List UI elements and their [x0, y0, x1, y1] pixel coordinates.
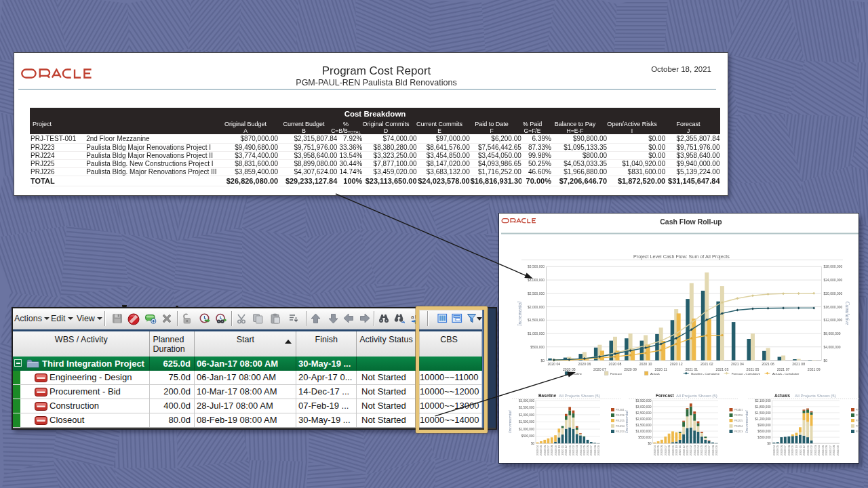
- svg-text:2020 11: 2020 11: [655, 367, 667, 371]
- svg-text:2021 05: 2021 05: [700, 445, 703, 455]
- svg-text:2021 09: 2021 09: [808, 367, 821, 371]
- svg-text:PRJ401: PRJ401: [856, 409, 860, 411]
- svg-text:2020 04: 2020 04: [772, 445, 776, 455]
- svg-text:2020 07: 2020 07: [664, 445, 667, 455]
- svg-text:Actuals: Actuals: [650, 372, 660, 375]
- svg-text:2021 03: 2021 03: [575, 445, 578, 455]
- svg-text:2020 05: 2020 05: [539, 445, 542, 455]
- svg-text:$900,000: $900,000: [757, 424, 771, 427]
- svg-text:2020 12: 2020 12: [802, 445, 806, 455]
- svg-text:PRJ401: PRJ401: [616, 409, 625, 411]
- svg-text:2021 03: 2021 03: [716, 367, 729, 371]
- svg-text:$1,000,000: $1,000,000: [528, 331, 545, 336]
- svg-text:2021 02: 2021 02: [701, 362, 713, 366]
- svg-text:2021 07: 2021 07: [707, 445, 711, 455]
- svg-text:2020 12: 2020 12: [670, 362, 683, 366]
- svg-text:$3,500,000: $3,500,000: [528, 264, 545, 268]
- svg-text:2021 04: 2021 04: [817, 445, 821, 455]
- svg-text:$500,000: $500,000: [638, 436, 652, 439]
- svg-text:$2,500,000: $2,500,000: [636, 411, 652, 415]
- svg-text:PRJ223: PRJ223: [734, 430, 743, 433]
- svg-text:2021 07: 2021 07: [777, 367, 790, 371]
- svg-text:All Projects Shown (5): All Projects Shown (5): [795, 393, 836, 398]
- svg-text:$3,000,000: $3,000,000: [636, 405, 652, 409]
- svg-text:$600,000: $600,000: [757, 430, 771, 433]
- svg-text:2020 05: 2020 05: [776, 445, 779, 455]
- svg-text:2021 06: 2021 06: [825, 445, 828, 455]
- svg-text:PRJ226: PRJ226: [734, 414, 743, 417]
- svg-text:2020 08: 2020 08: [609, 362, 622, 366]
- svg-text:2021 01: 2021 01: [568, 445, 572, 455]
- svg-text:2020 08: 2020 08: [787, 445, 791, 455]
- svg-text:$16,000,000: $16,000,000: [824, 305, 843, 309]
- svg-text:$0: $0: [767, 442, 771, 445]
- svg-text:2021 09: 2021 09: [715, 445, 718, 455]
- svg-text:Forecast - Cumulative: Forecast - Cumulative: [732, 372, 761, 375]
- svg-text:$0: $0: [531, 442, 535, 445]
- svg-text:2020 09: 2020 09: [671, 445, 675, 455]
- svg-text:2021 05: 2021 05: [747, 367, 760, 371]
- svg-text:$3,000,000: $3,000,000: [528, 278, 545, 282]
- svg-text:$3,500,000: $3,500,000: [636, 399, 652, 403]
- svg-text:2020 05: 2020 05: [563, 367, 576, 371]
- svg-text:PRJ401: PRJ401: [734, 409, 743, 411]
- svg-text:$1,000,000: $1,000,000: [519, 428, 534, 431]
- svg-text:2021 05: 2021 05: [821, 445, 825, 455]
- svg-text:2020 10: 2020 10: [795, 445, 798, 455]
- svg-text:2021 01: 2021 01: [685, 367, 698, 371]
- svg-text:2021 04: 2021 04: [579, 445, 583, 455]
- svg-text:$2,100,000: $2,100,000: [755, 399, 771, 403]
- svg-text:2021 08: 2021 08: [832, 445, 835, 455]
- svg-text:PRJ225: PRJ225: [616, 420, 625, 422]
- svg-text:$2,000,000: $2,000,000: [528, 305, 545, 309]
- svg-text:PRJ224: PRJ224: [734, 425, 743, 428]
- svg-text:2021 09: 2021 09: [597, 445, 600, 455]
- svg-text:Incremental: Incremental: [624, 410, 629, 434]
- svg-text:2021 03: 2021 03: [693, 445, 696, 455]
- svg-text:2020 12: 2020 12: [682, 445, 686, 455]
- svg-text:2021 03: 2021 03: [814, 445, 817, 455]
- svg-text:2021 01: 2021 01: [806, 445, 810, 455]
- svg-text:2021 04: 2021 04: [696, 445, 700, 455]
- svg-text:2020 11: 2020 11: [678, 445, 682, 455]
- svg-text:Actuals: Actuals: [774, 393, 791, 398]
- svg-text:$1,800,000: $1,800,000: [755, 405, 771, 409]
- svg-text:2020 10: 2020 10: [639, 362, 652, 366]
- svg-text:PRJ223: PRJ223: [856, 430, 860, 433]
- svg-text:PRJ226: PRJ226: [856, 414, 860, 417]
- svg-text:PRJ225: PRJ225: [734, 420, 743, 422]
- svg-text:$1,500,000: $1,500,000: [519, 420, 534, 424]
- svg-text:2021 07: 2021 07: [829, 445, 832, 455]
- svg-text:$0: $0: [540, 359, 545, 363]
- svg-text:All Projects Shown (5): All Projects Shown (5): [676, 393, 717, 398]
- svg-text:PRJ224: PRJ224: [616, 425, 625, 428]
- svg-text:Actuals - Cumulative: Actuals - Cumulative: [772, 372, 800, 375]
- svg-text:2021 02: 2021 02: [572, 445, 575, 455]
- svg-text:$1,500,000: $1,500,000: [755, 411, 771, 415]
- svg-text:2021 06: 2021 06: [704, 445, 707, 455]
- svg-text:2020 11: 2020 11: [561, 445, 564, 455]
- svg-text:PRJ225: PRJ225: [856, 420, 860, 422]
- svg-text:$1,200,000: $1,200,000: [755, 418, 771, 421]
- svg-text:PRJ226: PRJ226: [616, 414, 625, 417]
- svg-text:2021 08: 2021 08: [792, 362, 805, 366]
- svg-text:2020 07: 2020 07: [593, 367, 606, 371]
- svg-text:2020 09: 2020 09: [554, 445, 557, 455]
- svg-text:2021 08: 2021 08: [711, 445, 715, 455]
- svg-text:2020 04: 2020 04: [547, 362, 560, 366]
- svg-text:2021 07: 2021 07: [589, 445, 593, 455]
- svg-text:2020 08: 2020 08: [667, 445, 671, 455]
- svg-text:2020 07: 2020 07: [783, 445, 787, 455]
- svg-text:$500,000: $500,000: [521, 434, 535, 438]
- svg-text:2021 06: 2021 06: [762, 362, 774, 366]
- svg-text:$1,500,000: $1,500,000: [528, 318, 545, 322]
- svg-text:2020 06: 2020 06: [578, 362, 591, 366]
- svg-text:2021 06: 2021 06: [586, 445, 589, 455]
- svg-text:2020 09: 2020 09: [624, 367, 637, 371]
- svg-text:PRJ223: PRJ223: [616, 430, 625, 433]
- svg-text:$24,000,000: $24,000,000: [824, 278, 843, 282]
- svg-text:$500,000: $500,000: [530, 345, 545, 349]
- svg-text:$28,000,000: $28,000,000: [824, 264, 843, 268]
- svg-text:All Projects Shown (5): All Projects Shown (5): [559, 393, 600, 398]
- svg-text:2020 11: 2020 11: [799, 445, 802, 455]
